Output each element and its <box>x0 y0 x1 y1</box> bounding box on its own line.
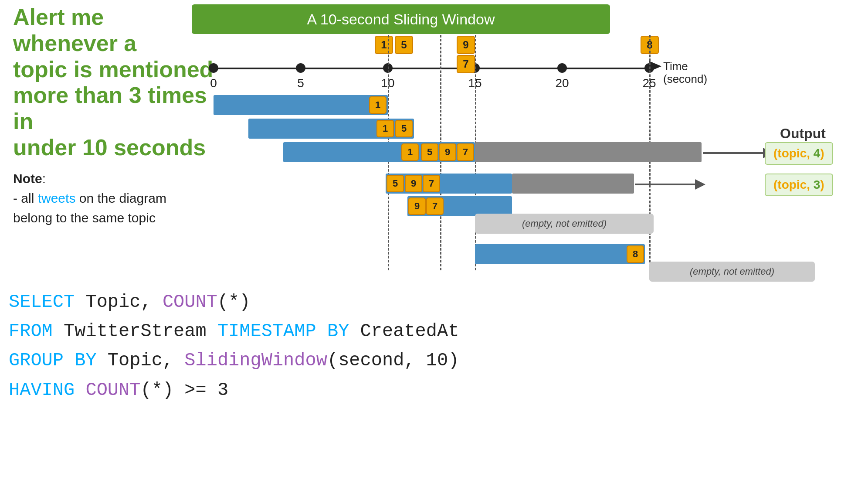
sql-having: HAVING <box>9 380 75 401</box>
sw-bar-3-main: 1 5 9 7 <box>283 142 475 162</box>
header-bar: A 10-second Sliding Window <box>192 4 610 34</box>
sql-line2: FROM TwitterStream TIMESTAMP BY CreatedA… <box>9 317 459 346</box>
empty-box-2: (empty, not emitted) <box>649 262 815 282</box>
tick-dot-0 <box>209 63 218 73</box>
sw-bar-4-ext <box>512 174 634 194</box>
sql-window-params: (second, 10) <box>327 350 459 371</box>
output-arrow-1 <box>703 152 764 154</box>
sql-group-topic: Topic, <box>97 350 185 371</box>
alert-text: Alert me whenever a topic is mentioned m… <box>13 4 214 161</box>
tick-dot-20 <box>557 63 567 73</box>
sw-bar-2: 1 5 <box>248 119 414 139</box>
sw-bar-1: 1 <box>214 95 388 115</box>
bar-badge-7e: 7 <box>426 198 444 215</box>
output-result-1: (topic, 4) <box>765 142 833 165</box>
tick-label-0: 0 <box>210 76 217 90</box>
output-arrow-2 <box>635 184 696 185</box>
sql-section: SELECT Topic, COUNT(*) FROM TwitterStrea… <box>9 288 459 405</box>
bar-badge-9d: 9 <box>405 175 422 192</box>
tick-label-5: 5 <box>297 76 304 90</box>
bar-badge-5b: 5 <box>395 120 413 137</box>
empty-box-1: (empty, not emitted) <box>475 214 654 234</box>
sw-bar-4-main: 5 9 7 <box>386 174 512 194</box>
event-badge-7-top: 7 <box>457 55 475 73</box>
sql-line4: HAVING COUNT(*) >= 3 <box>9 376 459 405</box>
sql-count2: COUNT <box>85 380 140 401</box>
timeline-line <box>214 68 649 69</box>
note-text1: - all <box>13 191 38 205</box>
sql-sliding-window: SlidingWindow <box>184 350 327 371</box>
bar-badge-8f: 8 <box>627 245 644 263</box>
alert-line3: more than 3 times in <box>13 82 207 134</box>
alert-line1: Alert me whenever a <box>13 4 136 56</box>
alert-line4: under 10 seconds <box>13 135 206 160</box>
event-badge-9-top: 9 <box>457 36 475 54</box>
sql-line3: GROUP BY Topic, SlidingWindow(second, 10… <box>9 346 459 375</box>
bar-badge-9e: 9 <box>408 198 426 215</box>
sw-bar-8: 8 <box>475 244 645 264</box>
output-label: Output <box>780 126 826 142</box>
bar-badge-9c: 9 <box>439 143 456 161</box>
sql-timestamp-by: TIMESTAMP BY <box>217 321 349 342</box>
note-text3: belong to the same topic <box>13 211 156 225</box>
sql-select: SELECT <box>9 292 75 313</box>
bar-badge-5c: 5 <box>421 143 438 161</box>
bar-badge-1b: 1 <box>376 120 394 137</box>
note-text2: on the diagram <box>75 191 166 205</box>
bar-badge-1c: 1 <box>401 143 419 161</box>
output-result-2: (topic, 3) <box>765 174 833 196</box>
note-label: Note <box>13 171 42 186</box>
tick-label-20: 20 <box>555 76 569 90</box>
time-label: Time (second) <box>663 60 707 85</box>
note-section: Note: - all tweets on the diagram belong… <box>13 169 214 228</box>
sw-bar-3-ext <box>475 142 702 162</box>
sql-group-by: GROUP BY <box>9 350 97 371</box>
alert-line2: topic is mentioned <box>13 57 213 82</box>
tick-dot-5 <box>296 63 305 73</box>
diagram: A 10-second Sliding Window Time (second)… <box>187 0 863 296</box>
bar-badge-7c: 7 <box>457 143 474 161</box>
left-panel: Alert me whenever a topic is mentioned m… <box>13 4 214 228</box>
header-title: A 10-second Sliding Window <box>307 11 495 28</box>
event-badge-1-top: 1 <box>375 36 393 54</box>
bar-badge-1a: 1 <box>369 96 387 114</box>
sql-topic: Topic, <box>75 292 163 313</box>
sql-having-end: (*) >= 3 <box>140 380 228 401</box>
sql-createdat: CreatedAt <box>349 321 459 342</box>
bar-badge-5d: 5 <box>387 175 404 192</box>
bar-badge-7d: 7 <box>423 175 440 192</box>
event-badge-5-top: 5 <box>395 36 413 54</box>
sql-stream: TwitterStream <box>53 321 217 342</box>
sql-from: FROM <box>9 321 53 342</box>
tweets-highlight: tweets <box>38 191 76 205</box>
